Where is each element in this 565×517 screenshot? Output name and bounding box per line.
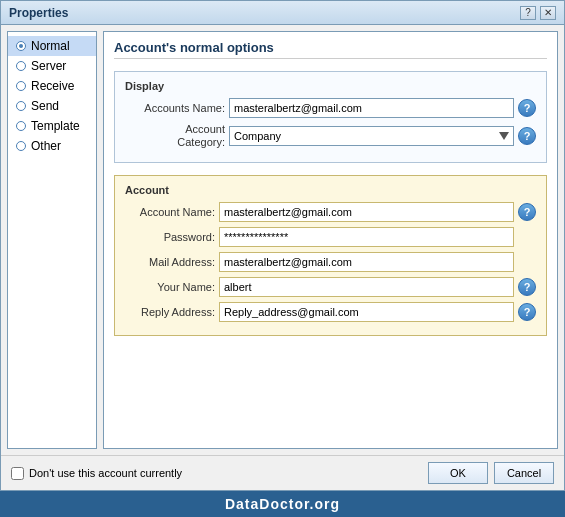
ok-button[interactable]: OK xyxy=(428,462,488,484)
password-label: Password: xyxy=(125,231,215,243)
reply-address-label: Reply Address: xyxy=(125,306,215,318)
display-section: Display Accounts Name: ? AccountCategory… xyxy=(114,71,547,163)
cancel-button[interactable]: Cancel xyxy=(494,462,554,484)
bottom-bar: Don't use this account currently OK Canc… xyxy=(1,455,564,490)
reply-address-input[interactable] xyxy=(219,302,514,322)
dont-use-checkbox[interactable] xyxy=(11,467,24,480)
checkbox-row: Don't use this account currently xyxy=(11,467,182,480)
mail-address-label: Mail Address: xyxy=(125,256,215,268)
password-row: Password: xyxy=(125,227,536,247)
normal-icon xyxy=(16,41,26,51)
mail-address-input[interactable] xyxy=(219,252,514,272)
mail-address-row: Mail Address: xyxy=(125,252,536,272)
sidebar-label-receive: Receive xyxy=(31,79,74,93)
sidebar-label-template: Template xyxy=(31,119,80,133)
sidebar-item-template[interactable]: Template xyxy=(8,116,96,136)
account-category-help-icon[interactable]: ? xyxy=(518,127,536,145)
password-input[interactable] xyxy=(219,227,514,247)
template-icon xyxy=(16,121,26,131)
your-name-row: Your Name: ? xyxy=(125,277,536,297)
account-name-input[interactable] xyxy=(219,202,514,222)
accounts-name-help-icon[interactable]: ? xyxy=(518,99,536,117)
title-bar-buttons: ? ✕ xyxy=(520,6,556,20)
send-icon xyxy=(16,101,26,111)
accounts-name-input[interactable] xyxy=(229,98,514,118)
dont-use-label: Don't use this account currently xyxy=(29,467,182,479)
display-section-label: Display xyxy=(125,80,536,92)
account-name-row: Account Name: ? xyxy=(125,202,536,222)
footer-bar: DataDoctor.org xyxy=(0,491,565,517)
window-title: Properties xyxy=(9,6,68,20)
panel-title: Account's normal options xyxy=(114,40,547,59)
account-category-label: AccountCategory: xyxy=(125,123,225,149)
account-name-label: Account Name: xyxy=(125,206,215,218)
title-bar: Properties ? ✕ xyxy=(1,1,564,25)
accounts-name-label: Accounts Name: xyxy=(125,102,225,114)
sidebar-item-send[interactable]: Send xyxy=(8,96,96,116)
reply-address-help-icon[interactable]: ? xyxy=(518,303,536,321)
window-content: Normal Server Receive Send Template Othe… xyxy=(1,25,564,455)
btn-row: OK Cancel xyxy=(428,462,554,484)
sidebar: Normal Server Receive Send Template Othe… xyxy=(7,31,97,449)
sidebar-label-server: Server xyxy=(31,59,66,73)
account-name-help-icon[interactable]: ? xyxy=(518,203,536,221)
sidebar-label-other: Other xyxy=(31,139,61,153)
other-icon xyxy=(16,141,26,151)
close-button[interactable]: ✕ xyxy=(540,6,556,20)
account-category-select[interactable]: Company Personal Work Other xyxy=(229,126,514,146)
reply-address-row: Reply Address: ? xyxy=(125,302,536,322)
accounts-name-row: Accounts Name: ? xyxy=(125,98,536,118)
account-section: Account Account Name: ? Password: Mail A… xyxy=(114,175,547,336)
footer-text: DataDoctor.org xyxy=(225,496,340,512)
receive-icon xyxy=(16,81,26,91)
help-button[interactable]: ? xyxy=(520,6,536,20)
sidebar-item-receive[interactable]: Receive xyxy=(8,76,96,96)
main-panel: Account's normal options Display Account… xyxy=(103,31,558,449)
your-name-help-icon[interactable]: ? xyxy=(518,278,536,296)
your-name-input[interactable] xyxy=(219,277,514,297)
account-section-label: Account xyxy=(125,184,536,196)
sidebar-label-normal: Normal xyxy=(31,39,70,53)
your-name-label: Your Name: xyxy=(125,281,215,293)
account-category-row: AccountCategory: Company Personal Work O… xyxy=(125,123,536,149)
sidebar-item-other[interactable]: Other xyxy=(8,136,96,156)
sidebar-label-send: Send xyxy=(31,99,59,113)
sidebar-item-normal[interactable]: Normal xyxy=(8,36,96,56)
sidebar-item-server[interactable]: Server xyxy=(8,56,96,76)
server-icon xyxy=(16,61,26,71)
